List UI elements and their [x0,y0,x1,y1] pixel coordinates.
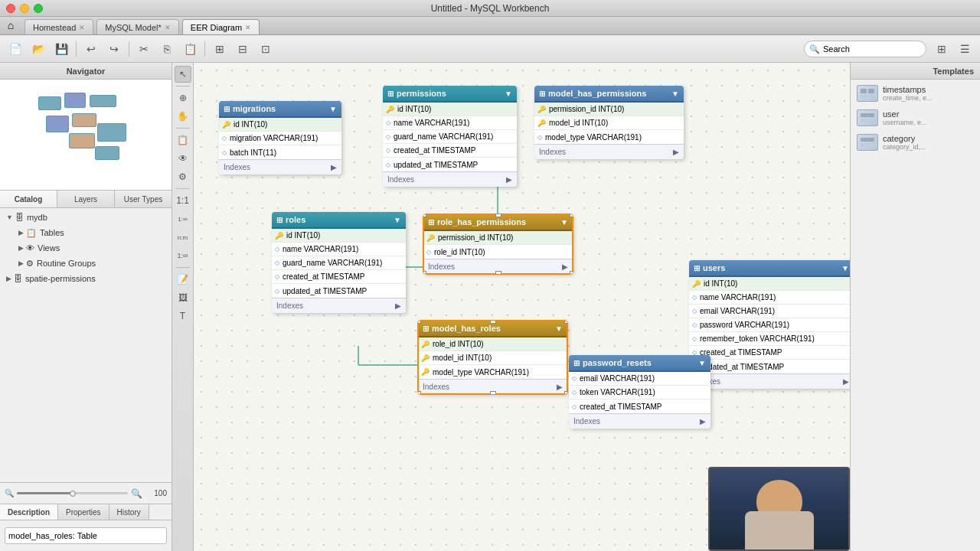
close-button[interactable] [6,4,15,13]
table-migrations-footer[interactable]: Indexes ▶ [219,159,341,174]
list-view-button[interactable]: ☰ [954,39,975,59]
resize-handle-tr[interactable] [564,321,567,324]
tab-eer-diagram[interactable]: EER Diagram ✕ [182,19,260,34]
cut-button[interactable]: ✂ [133,39,155,59]
template-item-timestamps[interactable]: timestamps create_time, e... [854,83,977,104]
resize-handle-br[interactable] [564,391,567,394]
vtool-hand[interactable]: ✋ [175,108,191,125]
search-input[interactable] [804,41,926,57]
table-password-resets[interactable]: ⊞ password_resets ▼ ◇ email VARCHAR(191)… [569,355,710,429]
save-file-button[interactable]: 💾 [51,39,72,59]
table-expand[interactable]: ▼ [698,359,706,367]
tree-item-views[interactable]: ▶ 👁 Views [0,240,172,256]
vtool-routine[interactable]: ⚙ [175,168,191,185]
toolbar-btn-1[interactable]: ⊞ [209,39,230,59]
vtool-view[interactable]: 👁 [175,150,191,167]
vtool-relation-1n[interactable]: 1:∞ [175,210,191,227]
resize-handle-bl[interactable] [418,391,421,394]
resize-handle-tm[interactable] [495,214,501,217]
table-row: ◇ name VARCHAR(191) [383,116,517,130]
table-permissions[interactable]: ⊞ permissions ▼ 🔑 id INT(10) ◇ name VARC… [383,86,517,187]
minimize-button[interactable] [20,4,29,13]
tab-mysql-model[interactable]: MySQL Model* ✕ [96,19,179,34]
table-permissions-footer[interactable]: Indexes ▶ [383,171,517,187]
table-row: ◇ email VARCHAR(191) [569,372,710,386]
table-row: 🔑 permission_id INT(10) [423,231,573,245]
resize-handle-bm[interactable] [490,391,496,394]
resize-handle-bm[interactable] [495,271,501,274]
bottom-tab-properties[interactable]: Properties [58,504,109,520]
table-row: ◇ guard_name VARCHAR(191) [272,256,406,270]
canvas-area[interactable]: ⊞ migrations ▼ 🔑 id INT(10) ◇ migration … [194,63,850,551]
tab-homestead[interactable]: Homestead ✕ [24,19,93,34]
toolbar-btn-2[interactable]: ⊟ [232,39,253,59]
tree-item-routine-groups[interactable]: ▶ ⚙ Routine Groups [0,256,172,271]
vtool-select[interactable]: ↖ [175,66,191,83]
resize-handle-tr[interactable] [570,214,573,217]
paste-button[interactable]: 📋 [179,39,201,59]
table-expand[interactable]: ▼ [671,90,679,98]
bottom-input[interactable] [5,527,167,544]
tab-close-mysql-model[interactable]: ✕ [165,24,171,31]
table-expand[interactable]: ▼ [560,218,568,227]
vtool-zoom[interactable]: ⊕ [175,90,191,106]
table-users-footer[interactable]: Indexes ▶ [689,373,850,389]
home-button[interactable]: ⌂ [0,16,21,34]
vtool-relation-nm[interactable]: n:m [175,229,191,246]
tab-close-eer-diagram[interactable]: ✕ [245,24,251,31]
maximize-button[interactable] [34,4,43,13]
toolbar-btn-3[interactable]: ⊡ [255,39,276,59]
template-item-user[interactable]: user username, e... [854,107,977,129]
table-permissions-expand[interactable]: ▼ [505,90,512,98]
vtool-relation-fk[interactable]: 1:∞ [175,247,191,264]
table-model-has-permissions-footer[interactable]: Indexes ▶ [534,144,684,159]
zoom-in-icon[interactable]: 🔍 [131,488,142,499]
nav-tab-layers[interactable]: Layers [57,191,115,207]
resize-handle-tl[interactable] [418,321,421,324]
table-role-has-permissions[interactable]: ⊞ role_has_permissions ▼ 🔑 permission_id… [423,214,573,274]
vtool-note[interactable]: 📝 [175,271,191,288]
table-expand[interactable]: ▼ [841,264,849,272]
template-icon-user [857,109,878,126]
nav-tab-user-types[interactable]: User Types [115,191,172,207]
bottom-tab-history[interactable]: History [109,504,149,520]
resize-handle-tl[interactable] [423,214,426,217]
grid-view-button[interactable]: ⊞ [931,39,952,59]
vtool-table[interactable]: 📋 [175,132,191,148]
table-password-resets-footer[interactable]: Indexes ▶ [569,413,710,429]
table-roles[interactable]: ⊞ roles ▼ 🔑 id INT(10) ◇ name VARCHAR(19… [272,212,406,313]
table-model-has-permissions[interactable]: ⊞ model_has_permissions ▼ 🔑 permission_i… [534,86,684,159]
tree-item-tables[interactable]: ▶ 📋 Tables [0,225,172,240]
template-item-category[interactable]: category category_id,... [854,132,977,153]
undo-button[interactable]: ↩ [80,39,102,59]
webcam-body [745,511,814,549]
tree-item-mydb[interactable]: ▼ 🗄 mydb [0,210,172,225]
tree-item-spatie[interactable]: ▶ 🗄 spatie-permissions [0,271,172,286]
resize-handle-bl[interactable] [423,271,426,274]
resize-handle-br[interactable] [570,271,573,274]
table-row: ◇ created_at TIMESTAMP [689,346,850,360]
svg-rect-11 [861,113,874,117]
vtool-image[interactable]: 🖼 [175,289,191,306]
redo-button[interactable]: ↪ [103,39,125,59]
template-label: user [883,109,927,119]
table-migrations[interactable]: ⊞ migrations ▼ 🔑 id INT(10) ◇ migration … [219,101,341,174]
table-model-has-roles[interactable]: ⊞ model_has_roles ▼ 🔑 role_id INT(10) 🔑 … [418,321,567,394]
open-file-button[interactable]: 📂 [28,39,49,59]
tab-close-homestead[interactable]: ✕ [79,24,85,31]
table-users[interactable]: ⊞ users ▼ 🔑 id INT(10) ◇ name VARCHAR(19… [689,260,850,389]
copy-button[interactable]: ⎘ [156,39,178,59]
footer-arrow: ▶ [673,148,679,156]
bottom-tab-description[interactable]: Description [0,504,58,520]
table-expand[interactable]: ▼ [555,324,563,333]
table-expand[interactable]: ▼ [394,216,401,224]
vtool-textbox[interactable]: T [175,308,191,324]
resize-handle-tm[interactable] [490,321,496,324]
zoom-out-icon[interactable]: 🔍 [5,489,14,497]
nav-tab-catalog[interactable]: Catalog [0,191,57,207]
vtool-relation-1[interactable]: 1:1 [175,192,191,209]
table-roles-footer[interactable]: Indexes ▶ [272,298,406,313]
zoom-slider[interactable] [17,492,128,494]
table-migrations-expand[interactable]: ▼ [329,105,337,113]
new-file-button[interactable]: 📄 [5,39,26,59]
